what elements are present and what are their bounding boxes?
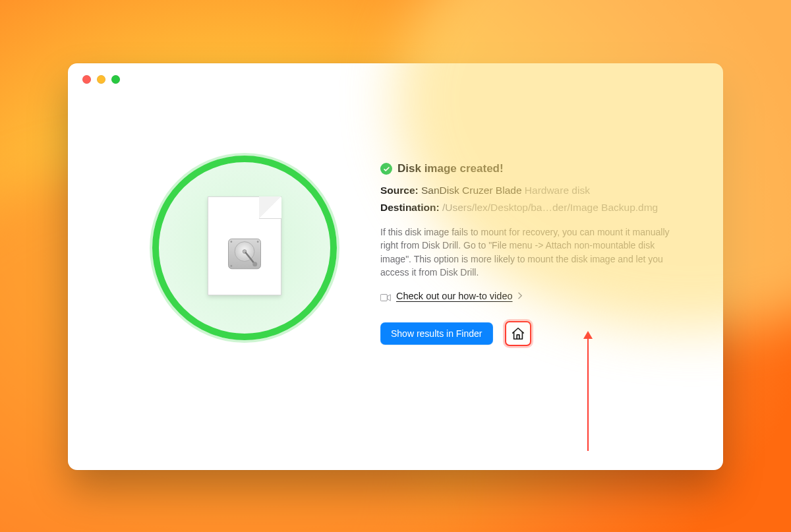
action-row: Show results in Finder xyxy=(380,321,681,346)
success-check-icon xyxy=(380,163,392,175)
source-kind: Hardware disk xyxy=(525,185,590,196)
source-name: SanDisk Cruzer Blade xyxy=(421,185,521,196)
home-button[interactable] xyxy=(505,321,531,346)
svg-point-6 xyxy=(230,265,232,267)
status-headline: Disk image created! xyxy=(380,162,681,175)
hard-drive-icon xyxy=(226,235,263,272)
chevron-right-icon xyxy=(518,291,523,301)
annotation-arrow xyxy=(587,338,589,451)
dialog-content: Disk image created! Source: SanDisk Cruz… xyxy=(68,63,723,470)
svg-point-3 xyxy=(252,262,257,266)
destination-row: Destination: /Users/lex/Desktop/ba…der/I… xyxy=(380,202,681,214)
source-row: Source: SanDisk Cruzer Blade Hardware di… xyxy=(380,185,681,196)
details-pane: Disk image created! Source: SanDisk Cruz… xyxy=(380,63,723,470)
svg-point-4 xyxy=(230,241,232,243)
home-icon xyxy=(511,326,525,341)
success-illustration xyxy=(152,156,337,340)
app-window: Disk image created! Source: SanDisk Cruz… xyxy=(68,63,723,470)
status-title: Disk image created! xyxy=(397,162,504,175)
illustration-pane xyxy=(68,63,380,470)
howto-link-row: Check out our how-to video xyxy=(380,291,681,301)
destination-label: Destination: xyxy=(380,202,440,213)
svg-point-5 xyxy=(257,241,259,243)
howto-video-link[interactable]: Check out our how-to video xyxy=(396,291,513,301)
destination-path: /Users/lex/Desktop/ba…der/Image Backup.d… xyxy=(442,202,658,213)
help-text: If this disk image fails to mount for re… xyxy=(380,225,670,279)
video-camera-icon xyxy=(380,293,391,300)
disk-image-file-icon xyxy=(208,196,281,295)
show-in-finder-button[interactable]: Show results in Finder xyxy=(380,322,493,345)
svg-rect-7 xyxy=(380,294,387,301)
source-label: Source: xyxy=(380,185,419,196)
